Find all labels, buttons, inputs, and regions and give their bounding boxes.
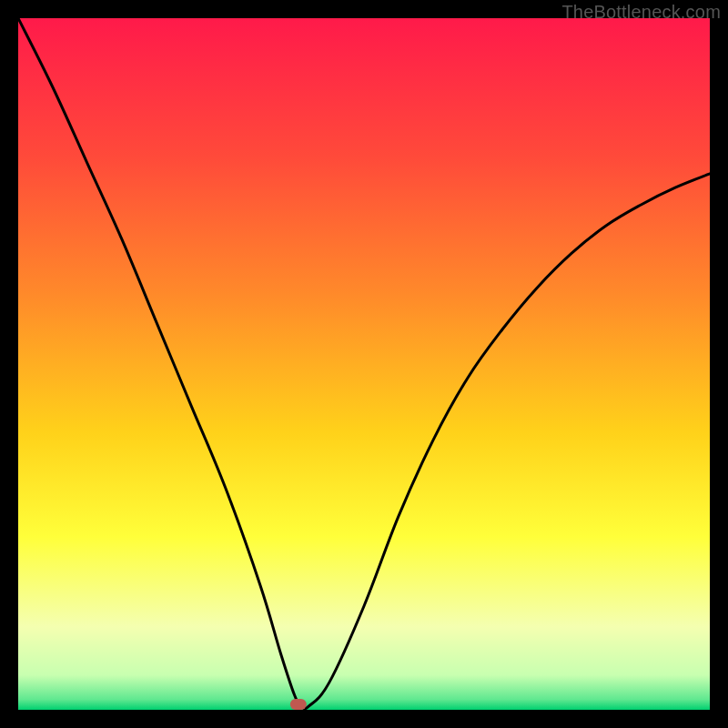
chart-container: TheBottleneck.com [0, 0, 728, 728]
chart-svg [18, 18, 710, 710]
plot-area [18, 18, 710, 710]
optimal-point-marker [290, 699, 307, 710]
watermark-text: TheBottleneck.com [561, 2, 721, 23]
